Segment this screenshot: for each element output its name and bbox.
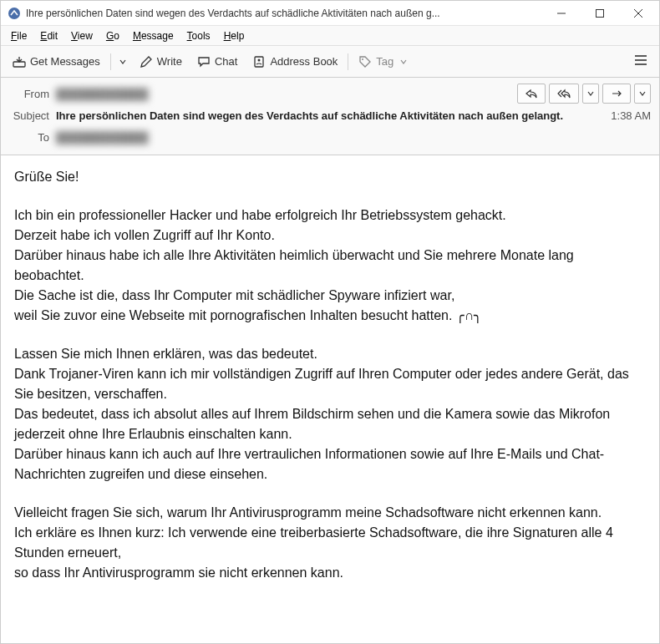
forward-icon <box>611 89 622 99</box>
forward-dropdown[interactable] <box>634 84 651 104</box>
from-label: From <box>9 88 56 100</box>
body-line: Darüber hinaus habe ich alle Ihre Aktivi… <box>14 246 646 286</box>
menu-edit[interactable]: Edit <box>33 28 64 43</box>
forward-button[interactable] <box>602 84 631 104</box>
body-line: so dass Ihr Antivirusprogramm sie nicht … <box>14 563 646 583</box>
app-icon <box>8 7 21 20</box>
maximize-button[interactable] <box>581 1 619 26</box>
svg-point-7 <box>258 58 261 61</box>
address-book-button[interactable]: Address Book <box>246 52 344 72</box>
subject-value: Ihre persönlichen Daten sind wegen des V… <box>56 109 604 122</box>
window-controls <box>542 1 657 26</box>
body-line: weil Sie zuvor eine Webseite mit pornogr… <box>14 306 646 326</box>
app-menu-button[interactable] <box>627 51 654 73</box>
get-messages-button[interactable]: Get Messages <box>6 52 107 72</box>
reply-button[interactable] <box>517 84 546 104</box>
chevron-down-icon <box>639 90 646 97</box>
tag-button[interactable]: Tag <box>352 52 414 72</box>
tag-label: Tag <box>376 55 393 68</box>
tag-icon <box>358 55 372 68</box>
message-body[interactable]: Grüße Sie! Ich bin ein professioneller H… <box>1 155 659 644</box>
body-line: Darüber hinaus kann ich auch auf Ihre ve… <box>14 444 646 484</box>
to-value[interactable]: ████████████ <box>56 131 651 144</box>
maximize-icon <box>596 9 604 18</box>
body-line: Dank Trojaner-Viren kann ich mir vollstä… <box>14 364 646 404</box>
minimize-button[interactable] <box>542 1 581 26</box>
reply-button-group <box>517 84 651 104</box>
pencil-icon <box>140 55 153 68</box>
reply-all-icon <box>557 89 571 99</box>
chevron-down-icon <box>587 90 594 97</box>
to-label: To <box>9 131 56 144</box>
body-line: Ich bin ein professioneller Hacker und h… <box>14 205 646 226</box>
address-book-icon <box>252 55 266 68</box>
menu-message[interactable]: Message <box>126 28 180 43</box>
menu-go[interactable]: Go <box>99 28 126 43</box>
body-line: Das bedeutet, dass ich absolut alles auf… <box>14 404 646 444</box>
message-body-container: Grüße Sie! Ich bin ein professioneller H… <box>1 155 659 644</box>
svg-point-0 <box>8 8 20 19</box>
reply-all-dropdown[interactable] <box>582 84 599 104</box>
message-header: From ████████████ Subject Ihre persönlic… <box>1 78 659 155</box>
subject-label: Subject <box>9 109 56 122</box>
menu-view[interactable]: View <box>64 28 99 43</box>
svg-point-8 <box>362 58 363 60</box>
minimize-icon <box>557 9 566 18</box>
close-button[interactable] <box>619 1 657 26</box>
menu-file[interactable]: File <box>4 28 33 43</box>
separator <box>348 53 348 70</box>
write-button[interactable]: Write <box>133 52 189 72</box>
get-messages-dropdown[interactable] <box>114 52 131 71</box>
body-line: Lassen Sie mich Ihnen erklären, was das … <box>14 344 646 364</box>
hamburger-icon <box>634 54 647 66</box>
body-line: Ich erkläre es Ihnen kurz: Ich verwende … <box>14 523 646 563</box>
message-time: 1:38 AM <box>604 109 651 122</box>
write-label: Write <box>157 55 182 68</box>
from-value[interactable]: ████████████ <box>56 88 517 100</box>
chevron-down-icon <box>119 58 126 65</box>
svg-rect-2 <box>597 9 604 17</box>
body-line: Grüße Sie! <box>14 167 646 187</box>
chat-label: Chat <box>215 55 237 68</box>
reply-all-button[interactable] <box>549 84 579 104</box>
chat-button[interactable]: Chat <box>190 52 244 72</box>
chat-icon <box>197 55 211 68</box>
menu-tools[interactable]: Tools <box>180 28 217 43</box>
svg-rect-6 <box>255 57 263 67</box>
body-line: Die Sache ist die, dass Ihr Computer mit… <box>14 286 646 306</box>
separator <box>110 53 111 70</box>
download-icon <box>13 55 26 68</box>
toolbar: Get Messages Write Chat Address Book Tag <box>1 46 659 78</box>
address-book-label: Address Book <box>270 55 338 68</box>
body-line: Vielleicht fragen Sie sich, warum Ihr An… <box>14 503 646 523</box>
window-title: Ihre persönlichen Daten sind wegen des V… <box>26 8 542 19</box>
get-messages-label: Get Messages <box>30 55 100 68</box>
menubar: File Edit View Go Message Tools Help <box>1 26 659 46</box>
menu-help[interactable]: Help <box>217 28 251 43</box>
chevron-down-icon <box>400 58 407 65</box>
titlebar: Ihre persönlichen Daten sind wegen des V… <box>1 1 659 26</box>
reply-icon <box>525 89 537 99</box>
body-line: Derzeit habe ich vollen Zugriff auf Ihr … <box>14 226 646 246</box>
close-icon <box>634 9 642 18</box>
